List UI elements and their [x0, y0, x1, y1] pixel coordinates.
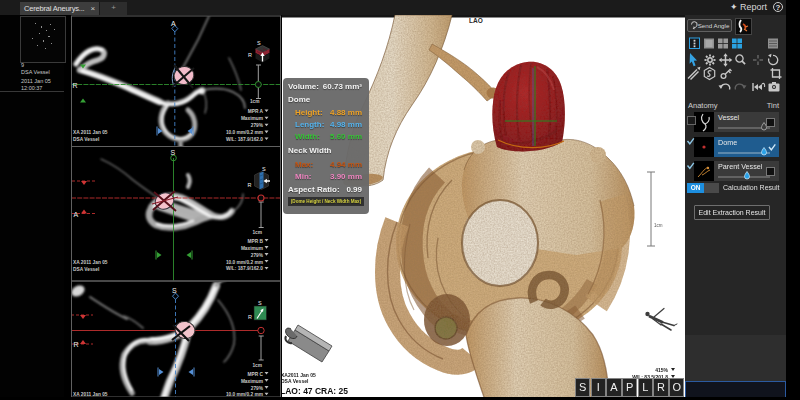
svg-text:R: R [248, 314, 252, 320]
svg-text:A: A [74, 211, 79, 218]
svg-text:LAO: 47 CRA: 25: LAO: 47 CRA: 25 [282, 386, 348, 396]
svg-text:R: R [73, 82, 78, 89]
svg-text:10.0 mm/0.2 mm: 10.0 mm/0.2 mm [226, 130, 263, 135]
svg-text:R: R [74, 341, 79, 348]
svg-text:XA 2011 Jan 05: XA 2011 Jan 05 [73, 130, 108, 135]
svg-text:Maximum: Maximum [241, 116, 263, 121]
svg-text:Maximum: Maximum [241, 246, 263, 251]
svg-text:Maximum: Maximum [241, 379, 263, 384]
svg-text:R: R [248, 182, 252, 188]
svg-text:1cm: 1cm [252, 230, 262, 235]
svg-text:XA 2011 Jan 05: XA 2011 Jan 05 [73, 260, 108, 265]
svg-text:DSA Vessel: DSA Vessel [73, 267, 99, 272]
svg-text:1cm: 1cm [250, 99, 260, 104]
svg-text:A: A [171, 20, 176, 27]
svg-text:279%: 279% [251, 386, 264, 391]
svg-text:279%: 279% [251, 253, 264, 258]
svg-text:DSA Vessel: DSA Vessel [73, 137, 99, 142]
svg-text:LAO: LAO [469, 17, 483, 24]
svg-text:MPR A: MPR A [248, 109, 264, 114]
svg-text:S: S [262, 166, 266, 172]
svg-text:MPR C: MPR C [248, 372, 264, 377]
svg-text:W/L: 187.9/162.0: W/L: 187.9/162.0 [226, 137, 263, 142]
svg-text:S: S [171, 149, 176, 156]
svg-text:415%: 415% [655, 367, 668, 373]
svg-text:W/L: 187.9/162.0: W/L: 187.9/162.0 [226, 266, 263, 271]
svg-text:S: S [172, 287, 177, 294]
svg-text:DSA Vessel: DSA Vessel [282, 378, 309, 384]
svg-text:10.0 mm/0.2 mm: 10.0 mm/0.2 mm [226, 260, 263, 265]
svg-text:R: R [248, 52, 252, 58]
svg-text:1cm: 1cm [654, 223, 663, 228]
svg-text:S: S [257, 40, 261, 46]
svg-text:279%: 279% [251, 123, 264, 128]
svg-text:1cm: 1cm [252, 363, 262, 368]
svg-text:MPR B: MPR B [248, 239, 264, 244]
svg-text:S: S [258, 300, 262, 306]
